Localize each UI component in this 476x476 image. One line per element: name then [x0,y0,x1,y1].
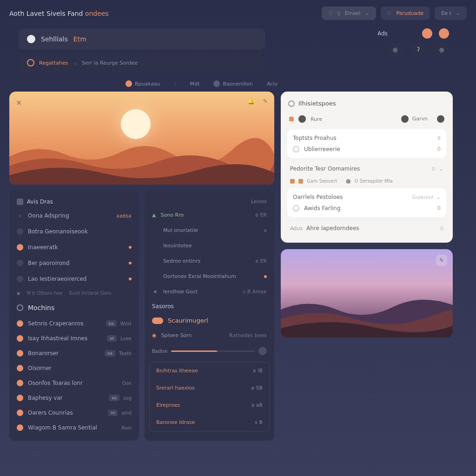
subheader: Sasoros [145,299,274,313]
edit-icon[interactable]: ✎ [263,98,268,105]
dot-icon [437,115,444,123]
list-item[interactable]: Elreproesa aB [150,397,269,414]
edit-icon[interactable]: ✎ [436,255,447,266]
list-item[interactable]: +Iersthoe Gocts B Amee [145,284,274,299]
label: Ads [377,30,388,37]
tab-4[interactable]: Aciv [267,81,278,87]
thumbnail-image: ✎ [281,249,453,337]
panel-card: Toptsts Proahus8 Ublierreeerie0 [287,129,446,158]
chevron-down-icon: ⌄ [439,165,443,172]
list-item[interactable]: Iesuintotee [145,238,274,253]
dot-icon [298,115,306,123]
app-title: Aoth Lavet Sivels Fand ondees [9,10,316,17]
toggle-chip[interactable]: Scaurimugerl [145,313,274,328]
card-icon [17,198,23,205]
slider-knob[interactable] [258,347,267,355]
side-panel: Ilhisietspoes Rure Garvn Toptsts Proahus… [281,92,453,243]
panel-item[interactable]: Awids Farling0 [293,200,441,212]
hero-image: × 🔔 ✎ [9,92,274,185]
dropdown-2[interactable]: ♡ Paruduade [381,7,430,20]
list-item[interactable]: Isay Ihhastreal ImnesetLoee [9,331,139,346]
breadcrumb[interactable]: Regattahes ⌄ Serr la Reurge Sordee [19,53,265,72]
list-item[interactable]: Sedroo ontinrsa ER [145,253,274,269]
list-item[interactable]: Baphesy vareesog [9,390,139,405]
tool-icon-2[interactable]: ʔ [411,42,426,57]
tab-2[interactable]: Mdt [190,81,200,87]
tab-1[interactable]: Bpuakaau [126,80,160,87]
chevron-down-icon: ⌄ [436,194,441,200]
chevron-down-icon: ⌄ [456,10,460,16]
file-icon: ▯ [337,10,340,16]
list-item[interactable]: Oarers Counriasrnoind [9,405,139,420]
panel-row[interactable]: Rure Garvn [287,112,446,126]
list-item[interactable]: ›Oona Adspringaadsa [9,208,139,224]
ring-icon [17,304,23,311]
heart-icon: ♡ [387,10,392,16]
action-2[interactable] [439,28,449,39]
ring-icon [27,59,34,66]
list-item[interactable]: Bnihtras Ilheeaea lB [150,362,269,379]
list-item[interactable]: ▲Sono Rroe ER [145,207,274,223]
radio-icon [293,205,299,212]
list-item[interactable]: Wiagom B Samra SentialAoni [9,420,139,435]
radio-icon [293,146,299,152]
avatar [27,35,35,43]
chevron-down-icon: ⌄ [365,10,369,16]
list-item[interactable]: ◉Sploee Sorn Ratnades bees [145,328,274,343]
tool-icon-1[interactable]: ◎ [388,42,403,57]
list-item[interactable]: Lao Iestieraeoirerced [9,271,139,287]
list-item[interactable]: Botra Geonanoiseook [9,224,139,239]
list-item[interactable]: Inaeeeratk [9,239,139,255]
list-item[interactable]: Ber paoroirond [9,255,139,271]
card-a: Avis Dras ›Oona AdspringaadsaBotra Geona… [9,190,139,441]
search-bar[interactable]: Sehllials Etm [19,28,265,50]
panel-item[interactable]: Ublierreeerie0 [293,141,441,152]
panel-row[interactable]: Pedorite Tesr Oomamires0⌄ [287,161,446,177]
list-item[interactable]: Setnris CraperanroseaWilst [9,316,139,331]
list-item[interactable]: Oisorner [9,361,139,376]
tool-icon-3[interactable]: ◎ [434,42,449,57]
chevron-icon: ⌄ [73,60,77,66]
bell-icon[interactable]: 🔔 [248,98,255,105]
panel-row[interactable]: Adus Ahre Iapedorndees0 [287,220,446,236]
close-icon[interactable]: × [16,98,22,107]
list-item[interactable]: Srerarl haexiosa SB [150,379,269,397]
dropdown-1[interactable]: ♡ ▯ Elnael ⌄ [322,7,376,20]
dropdown-3[interactable]: Ee t ⌄ [435,7,467,20]
list-item[interactable]: BonarorsereaTeath [9,346,139,361]
square-icon [289,117,294,121]
list-item[interactable]: Mul onorlatilea [145,223,274,238]
slider[interactable]: Badise [145,343,274,359]
list-item[interactable]: Osonfos Toaras lonrOon [9,376,139,390]
panel-card: Oarrlels PestoloesGuleninl⌄ Awids Farlin… [287,188,446,217]
heart-icon: ♡ [328,10,333,16]
list-item[interactable]: Baronee Idrases B [150,414,269,431]
toggle-icon [152,317,163,324]
list-item[interactable]: Oortones Exral Moointiahum [145,269,274,284]
section-header: Mochins [9,299,139,316]
action-1[interactable] [422,28,432,39]
tab-3[interactable]: Baonenilion [213,80,253,87]
micro-row: Gam Seovert ⬤O Sersaplier Mla [287,177,446,185]
ring-icon [288,100,295,107]
card-b: Leises ▲Sono Rroe ERMul onorlatileaIesui… [145,190,274,441]
separator-text: ◆M b Ofbara heeEunt Inrtarat Goro [9,287,139,299]
